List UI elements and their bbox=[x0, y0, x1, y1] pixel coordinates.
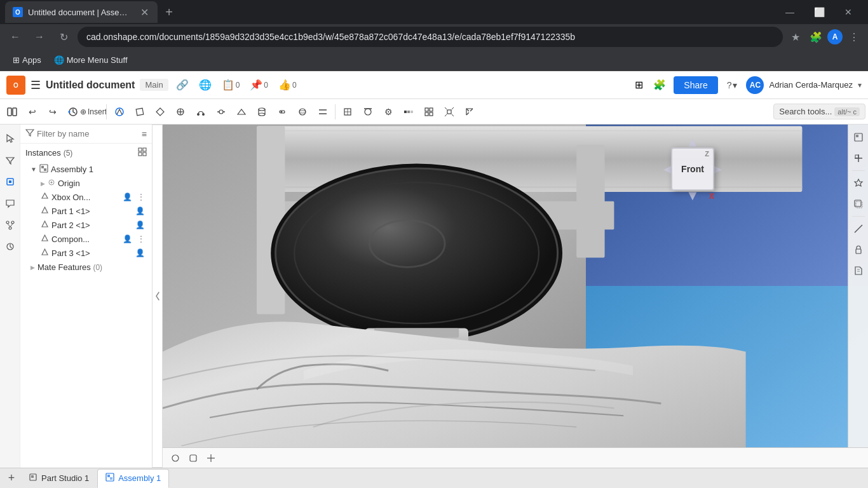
onshape-logo[interactable]: O bbox=[6, 76, 25, 95]
bookmark-icon[interactable]: ★ bbox=[787, 28, 804, 46]
user-name[interactable]: Adrian Cerda-Marquez bbox=[769, 80, 853, 90]
tab-close-button[interactable]: ✕ bbox=[139, 5, 150, 20]
mate-features-item[interactable]: ▶ Mate Features (0) bbox=[20, 260, 152, 274]
linear-pattern-btn[interactable] bbox=[399, 102, 418, 121]
apps-bookmark[interactable]: ⊞ Apps bbox=[8, 53, 46, 67]
notification-icon[interactable]: 📋0 bbox=[219, 76, 243, 93]
panel-collapse-button[interactable] bbox=[153, 125, 163, 468]
part1-item[interactable]: Part 1 <1> 👤 bbox=[20, 204, 152, 218]
viewport-bottom-icon-1[interactable] bbox=[168, 451, 183, 466]
profile-icon[interactable]: A bbox=[827, 29, 843, 44]
chrome-title-bar: O Untitled document | Assembly ✕ + — ⬜ ✕ bbox=[0, 0, 868, 24]
part2-item[interactable]: Part 2 <1> 👤 bbox=[20, 218, 152, 232]
menu-icon[interactable]: ⋮ bbox=[845, 28, 863, 46]
line-icon[interactable] bbox=[850, 220, 867, 238]
xbox-person-icon[interactable]: 👤 bbox=[121, 192, 134, 202]
filter-icon[interactable] bbox=[1, 151, 19, 169]
transparency-icon[interactable] bbox=[850, 195, 867, 213]
minimize-button[interactable]: — bbox=[775, 2, 804, 22]
tangent-btn[interactable] bbox=[358, 102, 377, 121]
maximize-button[interactable]: ⬜ bbox=[804, 2, 834, 22]
sketch-button[interactable] bbox=[110, 102, 129, 121]
part3-person-icon[interactable]: 👤 bbox=[133, 248, 147, 258]
part-studio-1-tab[interactable]: Part Studio 1 bbox=[20, 469, 97, 488]
like-icon[interactable]: 👍0 bbox=[276, 76, 299, 93]
expand-icon[interactable] bbox=[138, 147, 147, 158]
select-icon[interactable] bbox=[1, 130, 19, 147]
xbox-label: Xbox On... bbox=[51, 193, 118, 202]
component-person-icon[interactable]: 👤 bbox=[121, 234, 134, 244]
apps-icon[interactable]: 🧩 bbox=[651, 76, 668, 93]
part2-person-icon[interactable]: 👤 bbox=[133, 220, 147, 230]
lock-icon[interactable] bbox=[850, 241, 867, 259]
filter-input[interactable] bbox=[37, 129, 139, 139]
user-chevron[interactable]: ▾ bbox=[858, 81, 862, 90]
share-button[interactable]: Share bbox=[674, 76, 717, 94]
section-view-icon[interactable] bbox=[850, 149, 867, 167]
origin-icon bbox=[48, 179, 55, 188]
fixed-button[interactable] bbox=[151, 102, 170, 121]
fastened-btn[interactable] bbox=[338, 102, 357, 121]
connections-icon[interactable] bbox=[1, 216, 19, 234]
parts-icon[interactable] bbox=[1, 173, 19, 191]
extension-icon[interactable]: 🧩 bbox=[807, 28, 825, 46]
undo-button[interactable]: ↩ bbox=[23, 102, 42, 121]
comment-icon[interactable] bbox=[1, 194, 19, 212]
component-dots-icon[interactable]: ⋮ bbox=[135, 234, 147, 244]
viewport-bottom-icon-2[interactable] bbox=[186, 451, 201, 466]
nav-cube-face[interactable]: Front Z X bbox=[671, 147, 714, 191]
part3-item[interactable]: Part 3 <1> 👤 bbox=[20, 246, 152, 260]
part-studio-btn[interactable] bbox=[130, 102, 149, 121]
hamburger-menu-icon[interactable]: ☰ bbox=[31, 78, 41, 92]
slider-btn[interactable] bbox=[212, 102, 231, 121]
other-btn-1[interactable] bbox=[419, 102, 438, 121]
assembly-1-item[interactable]: ▼ Assembly 1 bbox=[20, 162, 152, 177]
planar-btn[interactable] bbox=[232, 102, 251, 121]
revolute-btn[interactable] bbox=[191, 102, 210, 121]
component-item[interactable]: Compon... 👤 ⋮ bbox=[20, 232, 152, 246]
link-icon[interactable]: 🔗 bbox=[173, 76, 191, 93]
list-view-icon[interactable]: ≡ bbox=[142, 129, 147, 139]
assembly-1-tab[interactable]: Assembly 1 bbox=[97, 469, 169, 488]
refresh-button[interactable]: ↻ bbox=[53, 27, 74, 47]
filter-funnel-icon[interactable] bbox=[25, 128, 34, 139]
parallel-btn[interactable] bbox=[313, 102, 332, 121]
document-icon[interactable] bbox=[850, 262, 867, 280]
search-tools-button[interactable]: Search tools... alt/~ c bbox=[773, 104, 865, 119]
viewport-bottom-icon-3[interactable] bbox=[203, 451, 219, 466]
xbox-dots-icon[interactable]: ⋮ bbox=[135, 192, 147, 202]
cylindrical-btn[interactable] bbox=[252, 102, 271, 121]
redo-button[interactable]: ↪ bbox=[43, 102, 62, 121]
insert-button[interactable]: ⊕ Insert bbox=[84, 102, 103, 121]
pin-icon[interactable]: 📌0 bbox=[247, 76, 271, 93]
transform-btn[interactable] bbox=[460, 102, 479, 121]
globe-icon[interactable]: 🌐 bbox=[196, 76, 214, 93]
grid-view-icon[interactable]: ⊞ bbox=[632, 76, 646, 93]
help-button[interactable]: ? ▾ bbox=[723, 78, 742, 93]
xbox-item[interactable]: Xbox On... 👤 ⋮ bbox=[20, 190, 152, 204]
active-tab[interactable]: O Untitled document | Assembly ✕ bbox=[5, 1, 158, 23]
mate-connector-btn[interactable] bbox=[171, 102, 190, 121]
origin-item[interactable]: ▶ Origin bbox=[20, 177, 152, 190]
add-tab-button[interactable]: + bbox=[3, 470, 20, 487]
close-button[interactable]: ✕ bbox=[834, 2, 863, 22]
back-button[interactable]: ← bbox=[5, 27, 25, 47]
new-tab-button[interactable]: + bbox=[160, 3, 178, 21]
more-bookmark[interactable]: 🌐 More Menu Stuff bbox=[49, 53, 133, 67]
display-states-icon[interactable] bbox=[850, 128, 867, 146]
forward-button[interactable]: → bbox=[29, 27, 50, 47]
appearance-icon[interactable] bbox=[850, 174, 867, 192]
explode-btn[interactable] bbox=[440, 102, 459, 121]
svg-rect-55 bbox=[44, 168, 46, 171]
viewport[interactable]: ▲ ◀ Front Z X bbox=[163, 125, 868, 468]
pin-slot-btn[interactable] bbox=[273, 102, 292, 121]
branch-label[interactable]: Main bbox=[140, 79, 168, 91]
user-avatar[interactable]: AC bbox=[746, 76, 764, 94]
panel-toggle-icon[interactable] bbox=[3, 102, 22, 121]
nav-cube[interactable]: ▲ ◀ Front Z X bbox=[663, 134, 722, 204]
history-panel-icon[interactable] bbox=[1, 238, 19, 255]
url-input[interactable] bbox=[78, 27, 783, 47]
gear-btn[interactable]: ⚙ bbox=[379, 102, 398, 121]
part1-person-icon[interactable]: 👤 bbox=[133, 206, 147, 216]
ball-btn[interactable] bbox=[293, 102, 312, 121]
